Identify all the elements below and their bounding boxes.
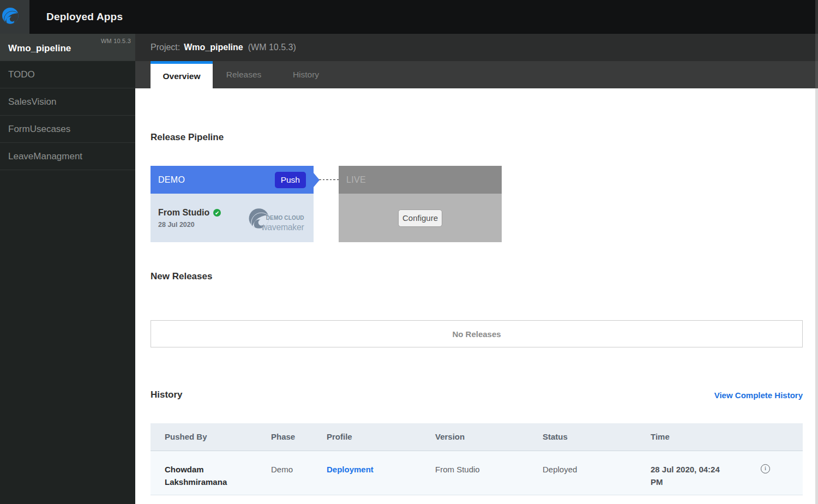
- new-releases-title: New Releases: [151, 271, 803, 282]
- sidebar: WM 10.5.3 Wmo_pipeline TODO SalesVision …: [0, 34, 135, 504]
- deployment-link[interactable]: Deployment: [327, 465, 374, 474]
- demo-stage-card: DEMO Push From Studio ✔ 28 Jul 2020: [151, 166, 314, 242]
- history-table-row: Chowdam Lakshmiramana Demo Deployment Fr…: [151, 451, 803, 495]
- deployed-build-info: From Studio ✔ 28 Jul 2020: [158, 208, 221, 229]
- sidebar-item-label: SalesVision: [8, 97, 57, 107]
- sidebar-item-wmo-pipeline[interactable]: WM 10.5.3 Wmo_pipeline: [0, 34, 135, 61]
- cell-status: Deployed: [528, 451, 636, 495]
- view-complete-history-link[interactable]: View Complete History: [714, 391, 803, 400]
- app-logo[interactable]: [0, 0, 29, 34]
- demo-cloud-label: DEMO CLOUD: [266, 215, 304, 220]
- build-date: 28 Jul 2020: [158, 221, 221, 229]
- wavemaker-brand: DEMO CLOUD wavemaker: [248, 208, 304, 232]
- top-bar: Deployed Apps: [0, 0, 818, 34]
- dotted-connector-line: [319, 179, 339, 181]
- configure-button[interactable]: Configure: [398, 209, 442, 227]
- sidebar-item-salesvision[interactable]: SalesVision: [0, 88, 135, 116]
- tab-overview[interactable]: Overview: [151, 61, 213, 88]
- cell-pushed-by: Chowdam Lakshmiramana: [151, 451, 257, 495]
- sidebar-item-label: Wmo_pipeline: [8, 43, 71, 54]
- pipeline-connector: [314, 166, 339, 242]
- history-table: Pushed By Phase Profile Version Status T…: [151, 423, 803, 495]
- cell-profile: Deployment: [312, 451, 421, 495]
- sidebar-item-todo[interactable]: TODO: [0, 61, 135, 88]
- cell-time-text: 28 Jul 2020, 04:24 PM: [651, 463, 732, 489]
- live-stage-card: LIVE Configure: [339, 166, 502, 242]
- success-check-icon: ✔: [213, 209, 221, 217]
- cell-phase: Demo: [257, 451, 312, 495]
- col-pushed-by: Pushed By: [151, 423, 257, 451]
- tab-history[interactable]: History: [275, 61, 337, 88]
- cell-version: From Studio: [421, 451, 528, 495]
- project-name: Wmo_pipeline: [184, 43, 243, 52]
- demo-stage-body: From Studio ✔ 28 Jul 2020: [151, 194, 314, 242]
- live-stage-body: Configure: [339, 194, 502, 242]
- live-stage-header: LIVE: [339, 166, 502, 194]
- project-header: Project: Wmo_pipeline (WM 10.5.3): [135, 34, 818, 61]
- col-version: Version: [421, 423, 528, 451]
- scrollbar[interactable]: [815, 0, 818, 504]
- cell-time: 28 Jul 2020, 04:24 PM i: [636, 451, 803, 495]
- live-stage-name: LIVE: [346, 175, 366, 185]
- release-pipeline: DEMO Push From Studio ✔ 28 Jul 2020: [151, 166, 803, 242]
- sidebar-item-formusecases[interactable]: FormUsecases: [0, 116, 135, 143]
- push-button[interactable]: Push: [275, 172, 306, 188]
- history-title: History: [151, 389, 183, 400]
- history-table-header-row: Pushed By Phase Profile Version Status T…: [151, 423, 803, 451]
- release-pipeline-title: Release Pipeline: [151, 88, 803, 143]
- col-status: Status: [528, 423, 636, 451]
- tab-releases[interactable]: Releases: [213, 61, 275, 88]
- sidebar-item-label: FormUsecases: [8, 124, 70, 135]
- history-section-header: History View Complete History: [151, 389, 803, 400]
- project-label: Project:: [151, 43, 180, 52]
- no-releases-box: No Releases: [151, 320, 803, 347]
- sidebar-item-leavemanagment[interactable]: LeaveManagment: [0, 143, 135, 170]
- col-phase: Phase: [257, 423, 312, 451]
- build-source-label: From Studio: [158, 208, 209, 218]
- col-profile: Profile: [312, 423, 421, 451]
- demo-stage-name: DEMO: [158, 175, 185, 185]
- main-area: Project: Wmo_pipeline (WM 10.5.3) Overvi…: [135, 34, 818, 504]
- info-icon[interactable]: i: [761, 464, 770, 473]
- project-version: (WM 10.5.3): [248, 43, 296, 52]
- overview-content: Release Pipeline DEMO Push From Studio ✔…: [135, 88, 818, 495]
- sidebar-item-label: TODO: [8, 69, 35, 80]
- col-time: Time: [636, 423, 803, 451]
- sidebar-item-version: WM 10.5.3: [101, 38, 131, 44]
- sidebar-item-label: LeaveManagment: [8, 151, 82, 162]
- demo-stage-header: DEMO Push: [151, 166, 314, 194]
- wavemaker-wave-icon: [2, 7, 19, 24]
- tab-bar: Overview Releases History: [135, 61, 818, 88]
- wavemaker-wordmark: wavemaker: [262, 223, 304, 232]
- no-releases-text: No Releases: [452, 329, 501, 339]
- page-title: Deployed Apps: [46, 11, 123, 23]
